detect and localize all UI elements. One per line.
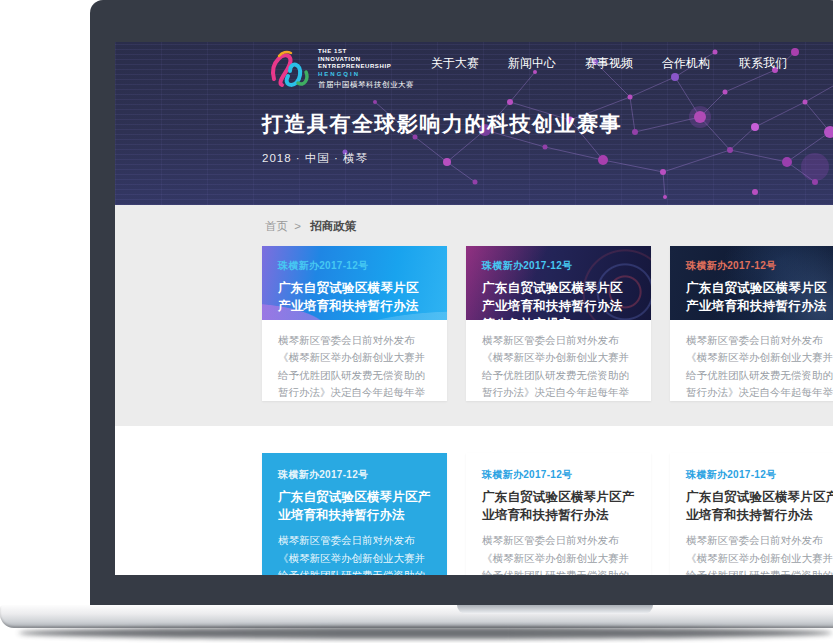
policy-cards-row-2: 珠横新办2017-12号 广东自贸试验区横琴片区产业培育和扶持暂行办法 横琴新区…	[262, 426, 833, 575]
laptop-lid-notch	[457, 605, 653, 614]
main-nav: 关于大赛 新闻中心 赛事视频 合作机构 联系我们 English	[431, 55, 833, 72]
card-title: 广东自贸试验区横琴片区产业培育和扶持暂行办法	[686, 488, 833, 524]
card-tag: 珠横新办2017-12号	[278, 468, 431, 482]
policy-card[interactable]: 珠横新办2017-12号 广东自贸试验区横琴片区产业培育和扶持暂行办法 横琴新区…	[670, 453, 833, 575]
card-tag: 珠横新办2017-12号	[482, 468, 635, 482]
card-body: 横琴新区管委会日前对外发布《横琴新区举办创新创业大赛并给予优胜团队研发费无偿资助…	[262, 320, 447, 401]
hero-title: 打造具有全球影响力的科技创业赛事	[262, 110, 622, 138]
policy-card[interactable]: 珠横新办2017-12号 广东自贸试验区横琴片区产业培育和扶持暂行办法第八条补充…	[466, 246, 651, 401]
policy-card[interactable]: 珠横新办2017-12号 广东自贸试验区横琴片区产业培育和扶持暂行办法 横琴新区…	[466, 453, 651, 575]
nav-item-partners[interactable]: 合作机构	[662, 55, 710, 72]
card-tag: 珠横新办2017-12号	[482, 259, 635, 273]
card-banner-navy-globe: 珠横新办2017-12号 广东自贸试验区横琴片区产业培育和扶持暂行办法	[670, 246, 833, 320]
breadcrumb-current: 招商政策	[310, 220, 356, 232]
card-body: 珠横新办2017-12号 广东自贸试验区横琴片区产业培育和扶持暂行办法 横琴新区…	[262, 453, 447, 575]
policy-card[interactable]: 珠横新办2017-12号 广东自贸试验区横琴片区产业培育和扶持暂行办法 横琴新区…	[262, 246, 447, 401]
policy-card[interactable]: 珠横新办2017-12号 广东自贸试验区横琴片区产业培育和扶持暂行办法 横琴新区…	[262, 453, 447, 575]
card-excerpt: 横琴新区管委会日前对外发布《横琴新区举办创新创业大赛并给予优胜团队研发费无偿资助…	[686, 332, 833, 401]
card-banner-blue-wave: 珠横新办2017-12号 广东自贸试验区横琴片区产业培育和扶持暂行办法	[262, 246, 447, 320]
nav-item-about[interactable]: 关于大赛	[431, 55, 479, 72]
card-tag: 珠横新办2017-12号	[686, 259, 833, 273]
card-body: 珠横新办2017-12号 广东自贸试验区横琴片区产业培育和扶持暂行办法 横琴新区…	[466, 453, 651, 575]
card-excerpt: 横琴新区管委会日前对外发布《横琴新区举办创新创业大赛并给予优胜团队研发费无偿资助…	[482, 332, 635, 401]
policy-section-bottom: 珠横新办2017-12号 广东自贸试验区横琴片区产业培育和扶持暂行办法 横琴新区…	[115, 426, 833, 575]
laptop-screen-bezel: THE 1ST INNOVATION ENTREPRENEURSHIP HENG…	[90, 0, 833, 607]
card-excerpt: 横琴新区管委会日前对外发布《横琴新区举办创新创业大赛并给予优胜团队研发费无偿资助…	[278, 532, 431, 575]
laptop-base	[0, 605, 833, 628]
nav-item-videos[interactable]: 赛事视频	[585, 55, 633, 72]
logo-line-1: THE 1ST	[318, 48, 414, 55]
site-logo[interactable]: THE 1ST INNOVATION ENTREPRENEURSHIP HENG…	[267, 48, 414, 90]
card-tag: 珠横新办2017-12号	[278, 259, 431, 273]
nav-item-contact[interactable]: 联系我们	[739, 55, 787, 72]
breadcrumb: 首页 > 招商政策	[115, 205, 833, 233]
website-viewport: THE 1ST INNOVATION ENTREPRENEURSHIP HENG…	[115, 42, 833, 575]
logo-line-chinese: 首届中国横琴科技创业大赛	[318, 81, 414, 90]
card-title: 广东自贸试验区横琴片区产业培育和扶持暂行办法	[686, 279, 833, 315]
card-body: 横琴新区管委会日前对外发布《横琴新区举办创新创业大赛并给予优胜团队研发费无偿资助…	[670, 320, 833, 401]
policy-section-top: 首页 > 招商政策 珠横新办2017-12号 广东自贸试验区横琴片区产业培育和扶…	[115, 205, 833, 426]
policy-card[interactable]: 珠横新办2017-12号 广东自贸试验区横琴片区产业培育和扶持暂行办法 横琴新区…	[670, 246, 833, 401]
card-title: 广东自贸试验区横琴片区产业培育和扶持暂行办法	[278, 488, 431, 524]
card-title: 广东自贸试验区横琴片区产业培育和扶持暂行办法	[278, 279, 431, 315]
card-excerpt: 横琴新区管委会日前对外发布《横琴新区举办创新创业大赛并给予优胜团队研发费无偿资助…	[686, 532, 833, 575]
hero-section: 打造具有全球影响力的科技创业赛事 2018 · 中国 · 横琴	[262, 110, 622, 166]
breadcrumb-separator: >	[294, 220, 301, 232]
card-tag: 珠横新办2017-12号	[686, 468, 833, 482]
policy-cards-row-1: 珠横新办2017-12号 广东自贸试验区横琴片区产业培育和扶持暂行办法 横琴新区…	[262, 246, 833, 401]
nav-item-news[interactable]: 新闻中心	[508, 55, 556, 72]
card-banner-dark-circuit: 珠横新办2017-12号 广东自贸试验区横琴片区产业培育和扶持暂行办法第八条补充…	[466, 246, 651, 320]
card-title: 广东自贸试验区横琴片区产业培育和扶持暂行办法	[482, 488, 635, 524]
card-body: 珠横新办2017-12号 广东自贸试验区横琴片区产业培育和扶持暂行办法 横琴新区…	[670, 453, 833, 575]
card-body: 横琴新区管委会日前对外发布《横琴新区举办创新创业大赛并给予优胜团队研发费无偿资助…	[466, 320, 651, 401]
logo-ribbon-icon	[267, 48, 311, 90]
page: THE 1ST INNOVATION ENTREPRENEURSHIP HENG…	[0, 0, 833, 643]
hero-subtitle: 2018 · 中国 · 横琴	[262, 151, 622, 166]
logo-line-hengqin: HENGQIN	[318, 71, 414, 78]
logo-line-3: ENTREPRENEURSHIP	[318, 63, 414, 70]
logo-line-2: INNOVATION	[318, 56, 414, 63]
laptop-shadow	[18, 627, 833, 639]
card-excerpt: 横琴新区管委会日前对外发布《横琴新区举办创新创业大赛并给予优胜团队研发费无偿资助…	[482, 532, 635, 575]
breadcrumb-home-link[interactable]: 首页	[265, 220, 288, 232]
card-excerpt: 横琴新区管委会日前对外发布《横琴新区举办创新创业大赛并给予优胜团队研发费无偿资助…	[278, 332, 431, 401]
site-header: THE 1ST INNOVATION ENTREPRENEURSHIP HENG…	[115, 42, 833, 205]
logo-text: THE 1ST INNOVATION ENTREPRENEURSHIP HENG…	[318, 48, 414, 89]
